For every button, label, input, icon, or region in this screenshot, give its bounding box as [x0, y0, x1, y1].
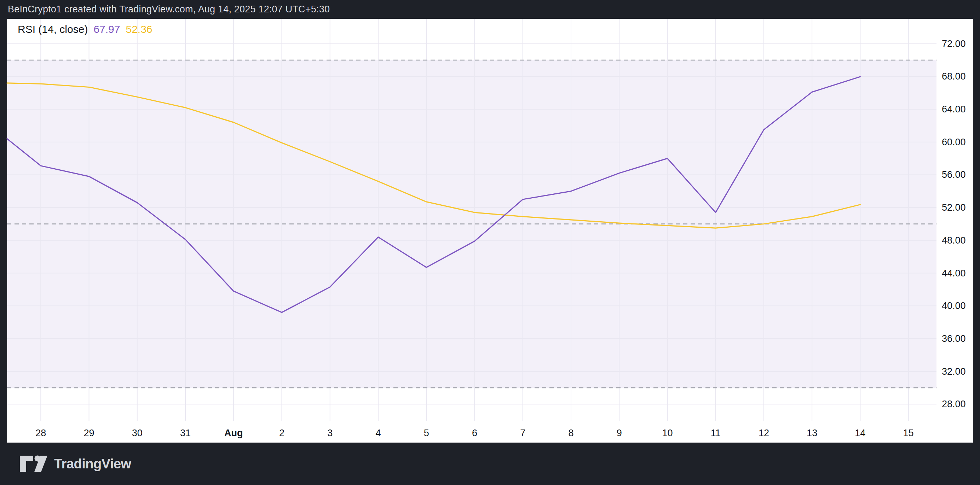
- x-axis-label[interactable]: 5: [424, 428, 429, 438]
- rsi-current-value: 67.97: [94, 23, 120, 35]
- x-axis-label[interactable]: 9: [617, 428, 622, 438]
- y-axis-label: 36.00: [942, 333, 966, 344]
- x-axis-label[interactable]: 4: [375, 428, 381, 438]
- y-axis-label: 44.00: [942, 268, 966, 279]
- y-axis-label: 48.00: [942, 235, 966, 246]
- x-axis-label[interactable]: 30: [132, 428, 143, 438]
- y-axis-label: 56.00: [942, 169, 966, 180]
- y-axis-label: 64.00: [942, 104, 966, 114]
- rsi-chart-canvas[interactable]: 72.0068.0064.0060.0056.0052.0048.0044.00…: [0, 0, 980, 485]
- ma-current-value: 52.36: [126, 23, 152, 35]
- x-axis-label[interactable]: 28: [35, 428, 46, 438]
- indicator-legend[interactable]: RSI (14, close) 67.97 52.36: [18, 23, 153, 35]
- y-axis-label: 40.00: [942, 301, 966, 311]
- indicator-name-label[interactable]: RSI (14, close): [18, 23, 88, 35]
- y-axis-label: 72.00: [942, 38, 966, 49]
- tradingview-wordmark: TradingView: [54, 454, 131, 474]
- header-attribution-text: BeInCrypto1 created with TradingView.com…: [8, 4, 330, 15]
- x-axis-label[interactable]: 10: [662, 428, 673, 438]
- chart-frame: 72.0068.0064.0060.0056.0052.0048.0044.00…: [0, 0, 980, 485]
- chart-header: BeInCrypto1 created with TradingView.com…: [8, 0, 330, 19]
- x-axis-label[interactable]: 11: [711, 428, 721, 438]
- x-axis-label[interactable]: 13: [807, 428, 817, 438]
- y-axis-label: 52.00: [942, 202, 966, 213]
- x-axis-label[interactable]: 29: [84, 428, 94, 438]
- x-axis-label[interactable]: 12: [759, 428, 769, 438]
- y-axis-label: 28.00: [942, 399, 966, 409]
- x-axis-label[interactable]: 7: [520, 428, 525, 438]
- tradingview-logo-icon: [19, 455, 48, 472]
- x-axis-label[interactable]: 14: [855, 428, 865, 438]
- tradingview-branding[interactable]: TradingView: [19, 454, 131, 474]
- x-axis-label[interactable]: 3: [327, 428, 332, 438]
- y-axis-label: 60.00: [942, 137, 966, 147]
- x-axis-label[interactable]: 31: [180, 428, 191, 438]
- x-axis-label[interactable]: 6: [472, 428, 477, 438]
- x-axis-label[interactable]: 2: [279, 428, 285, 438]
- y-axis-label: 68.00: [942, 71, 966, 82]
- x-axis-label[interactable]: Aug: [224, 428, 243, 438]
- x-axis-label[interactable]: 8: [568, 428, 573, 438]
- x-axis-label[interactable]: 15: [903, 428, 914, 438]
- y-axis-label: 32.00: [942, 366, 966, 377]
